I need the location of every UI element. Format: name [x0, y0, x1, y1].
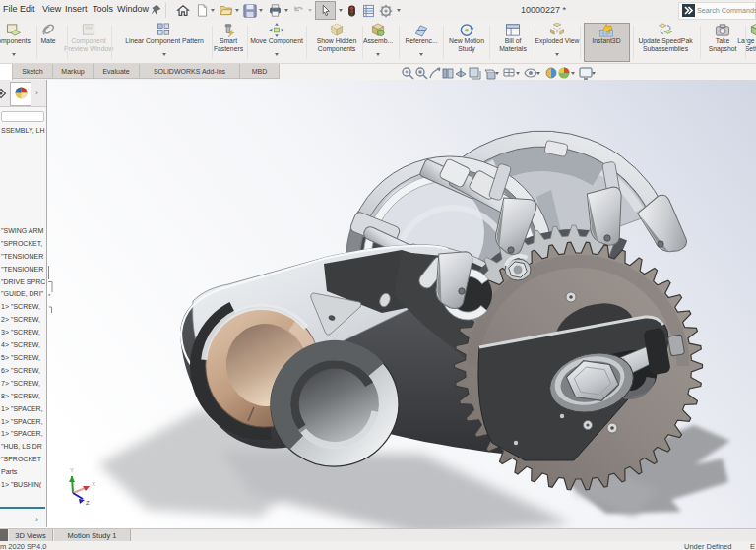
svg-text:Y: Y	[70, 467, 74, 473]
svg-text:Z: Z	[86, 500, 90, 506]
svg-text:X: X	[92, 481, 95, 487]
